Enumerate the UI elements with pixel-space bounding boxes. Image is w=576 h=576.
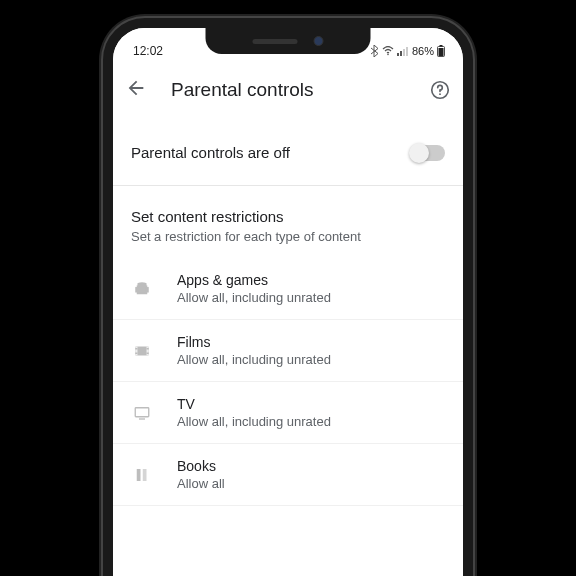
- screen: 12:02 86% Parental con: [113, 28, 463, 576]
- svg-point-0: [387, 54, 389, 56]
- svg-rect-20: [137, 469, 141, 481]
- film-icon: [131, 340, 153, 362]
- svg-rect-13: [147, 346, 149, 355]
- svg-rect-2: [400, 51, 402, 56]
- svg-rect-12: [135, 346, 137, 355]
- restriction-item-films[interactable]: Films Allow all, including unrated: [113, 320, 463, 382]
- parental-controls-toggle-row[interactable]: Parental controls are off: [113, 116, 463, 186]
- svg-rect-18: [135, 407, 149, 416]
- svg-rect-16: [147, 348, 149, 350]
- svg-rect-17: [147, 352, 149, 354]
- toggle-knob: [409, 143, 429, 163]
- restriction-item-apps-games[interactable]: Apps & games Allow all, including unrate…: [113, 258, 463, 320]
- svg-rect-14: [135, 348, 137, 350]
- section-header: Set content restrictions Set a restricti…: [113, 186, 463, 258]
- list-item-title: Books: [177, 458, 225, 474]
- list-item-subtitle: Allow all, including unrated: [177, 290, 331, 305]
- list-item-title: TV: [177, 396, 331, 412]
- android-icon: [131, 278, 153, 300]
- list-item-title: Films: [177, 334, 331, 350]
- bluetooth-icon: [369, 45, 379, 57]
- book-icon: [131, 464, 153, 486]
- section-subtitle: Set a restriction for each type of conte…: [131, 229, 445, 244]
- svg-rect-4: [406, 47, 408, 56]
- help-icon[interactable]: [429, 79, 451, 101]
- battery-percent: 86%: [412, 45, 434, 57]
- svg-point-9: [439, 93, 441, 95]
- app-bar: Parental controls: [113, 64, 463, 116]
- svg-rect-21: [143, 469, 147, 481]
- back-icon[interactable]: [125, 77, 147, 103]
- section-title: Set content restrictions: [131, 208, 445, 225]
- svg-rect-15: [135, 352, 137, 354]
- svg-rect-7: [439, 48, 444, 56]
- list-item-subtitle: Allow all, including unrated: [177, 414, 331, 429]
- phone-frame: 12:02 86% Parental con: [103, 18, 473, 576]
- battery-icon: [437, 45, 445, 57]
- restriction-item-tv[interactable]: TV Allow all, including unrated: [113, 382, 463, 444]
- svg-rect-3: [403, 49, 405, 56]
- restriction-item-books[interactable]: Books Allow all: [113, 444, 463, 506]
- svg-point-10: [138, 282, 147, 287]
- page-title: Parental controls: [171, 79, 429, 101]
- svg-rect-1: [397, 53, 399, 56]
- status-time: 12:02: [133, 44, 163, 58]
- list-item-subtitle: Allow all, including unrated: [177, 352, 331, 367]
- toggle-switch[interactable]: [411, 145, 445, 161]
- toggle-label: Parental controls are off: [131, 144, 290, 161]
- list-item-title: Apps & games: [177, 272, 331, 288]
- list-item-subtitle: Allow all: [177, 476, 225, 491]
- phone-notch: [206, 28, 371, 54]
- tv-icon: [131, 402, 153, 424]
- signal-icon: [397, 46, 409, 56]
- wifi-icon: [382, 46, 394, 56]
